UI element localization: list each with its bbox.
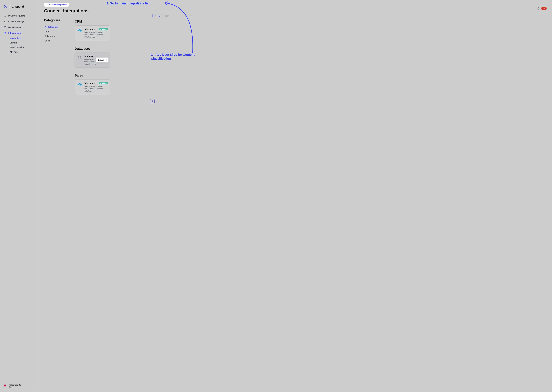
pager-prev[interactable] (145, 99, 149, 103)
org-switcher[interactable]: Rideshare Co. Jesse (0, 382, 39, 389)
search-input[interactable] (165, 15, 189, 17)
category-crm[interactable]: CRM (44, 29, 70, 34)
card-salesforce-crm[interactable]: sf Salesforce 2 Added Salesforce is a cu… (75, 25, 110, 41)
filter-count: 1 (159, 15, 160, 17)
database-icon (77, 55, 82, 60)
svg-point-14 (80, 30, 82, 31)
salesforce-icon: sf (77, 82, 82, 87)
org-name: Rideshare Co. (9, 384, 32, 386)
card-salesforce-sales[interactable]: sf Salesforce 2 Added Salesforce is a cu… (75, 79, 110, 95)
svg-point-4 (4, 21, 5, 21)
globe-icon (3, 26, 6, 29)
svg-point-7 (4, 386, 5, 386)
card-title: Salesforce (84, 28, 95, 30)
bell-icon[interactable] (537, 7, 540, 10)
section-title-databases: Databases (75, 47, 187, 50)
category-all[interactable]: All Categories (44, 25, 70, 29)
svg-point-19 (80, 84, 82, 85)
toggle-panel-icon (3, 20, 6, 23)
nav-label: Infrastructure (8, 32, 22, 34)
added-badge: 2 Added (99, 82, 108, 84)
added-badge: 2 Added (99, 28, 108, 30)
categories-panel: Categories All Categories CRM Databases … (44, 18, 70, 103)
card-desc: Salesforce is a customer relationship ma… (84, 85, 108, 92)
org-user: Jesse (9, 386, 32, 388)
back-label: Back to Integrations (49, 4, 67, 6)
pager-page-1[interactable]: 1 (150, 99, 154, 103)
brand: Transcend (0, 3, 39, 13)
main: Back to Integrations Connect Integration… (39, 0, 552, 392)
brand-logo-icon (3, 5, 7, 9)
search-field[interactable] (163, 14, 187, 18)
cube-icon (3, 32, 6, 35)
category-databases[interactable]: Databases (44, 34, 70, 38)
primary-nav: Privacy Requests Consent Manager Data Ma… (0, 13, 39, 54)
salesforce-icon: sf (77, 28, 82, 33)
arrow-left-icon (46, 3, 48, 6)
subnav-api-keys[interactable]: API Keys (8, 50, 37, 54)
card-title: Salesforce (84, 82, 95, 84)
svg-rect-3 (4, 21, 6, 22)
notification-count-badge[interactable]: 190 (541, 7, 547, 10)
subnav-sombra[interactable]: Sombra (8, 41, 37, 45)
nav-label: Data Mapping (8, 26, 22, 28)
svg-point-10 (5, 385, 6, 385)
card-title: Database (84, 55, 94, 57)
subnav-integrations[interactable]: Integrations (8, 36, 37, 41)
back-to-integrations-button[interactable]: Back to Integrations (44, 3, 69, 7)
filter-icon (154, 15, 156, 17)
svg-point-0 (5, 6, 6, 7)
nav-consent-manager[interactable]: Consent Manager (1, 19, 37, 24)
filter-chip[interactable]: 1 (153, 14, 161, 18)
nav-data-mapping[interactable]: Data Mapping (1, 24, 37, 30)
section-title-crm: CRM (75, 20, 187, 23)
nav-label: Consent Manager (8, 20, 25, 23)
svg-point-8 (6, 386, 6, 386)
sidebar: Transcend Privacy Requests Consent Manag… (0, 0, 39, 392)
categories-title: Categories (44, 18, 70, 22)
svg-point-11 (190, 15, 191, 16)
section-title-sales: Sales (75, 74, 187, 77)
nav-label: Privacy Requests (8, 15, 25, 17)
svg-point-9 (4, 385, 5, 385)
subnav-email-domains[interactable]: Email Domains (8, 45, 37, 50)
chevron-down-icon (34, 385, 36, 387)
pager-next[interactable] (156, 99, 160, 103)
svg-text:sf: sf (79, 84, 80, 85)
quick-add-button[interactable]: Quick Add (96, 58, 108, 62)
category-sales[interactable]: Sales (44, 38, 70, 43)
car-icon (3, 384, 7, 388)
chat-icon (3, 14, 6, 17)
svg-rect-5 (4, 22, 6, 22)
infrastructure-subnav: Integrations Sombra Email Domains API Ke… (1, 36, 37, 54)
card-desc: Salesforce is a customer relationship ma… (84, 31, 108, 38)
nav-infrastructure[interactable]: Infrastructure (1, 30, 37, 36)
brand-name: Transcend (9, 5, 24, 9)
search-icon (190, 15, 192, 17)
svg-text:sf: sf (79, 30, 80, 31)
svg-point-16 (78, 56, 81, 57)
nav-privacy-requests[interactable]: Privacy Requests (1, 13, 37, 19)
card-database[interactable]: Database Integrate with your own databas… (75, 53, 110, 68)
page-title: Connect Integrations (44, 8, 88, 14)
